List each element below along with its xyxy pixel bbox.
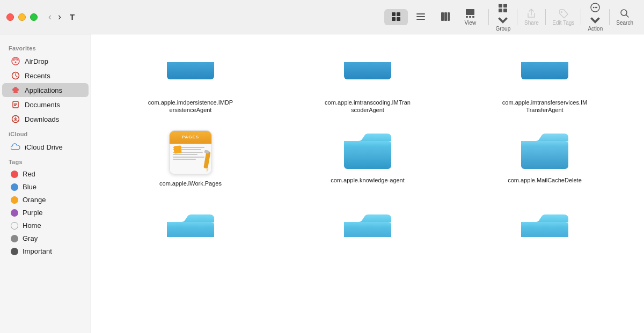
icloud-drive-label: iCloud Drive [25,143,63,151]
list-item[interactable]: com.apple.imtranscoding.IMTranscoderAgen… [279,43,456,121]
list-item[interactable] [102,194,279,256]
airdrop-icon [11,56,20,66]
sidebar-item-airdrop[interactable]: AirDrop [2,54,89,68]
home-tag-dot [11,222,18,230]
svg-rect-2 [392,17,396,21]
applications-label: Applications [25,86,62,94]
icon-view-button[interactable] [384,9,408,25]
svg-rect-1 [397,12,400,16]
svg-point-22 [596,7,597,8]
file-name-knowledge: com.apple.knowledge-agent [331,176,405,184]
file-content: com.apple.imdpersistence.IMDPersistenceA… [91,34,644,333]
file-name-1: com.apple.imdpersistence.IMDPersistenceA… [148,99,233,114]
close-button[interactable] [6,13,14,21]
svg-rect-45 [521,141,568,147]
svg-point-21 [595,7,596,8]
list-item[interactable]: com.apple.imtransferservices.IMTransferA… [456,43,633,121]
list-item[interactable] [279,194,456,256]
action-button[interactable]: Action [583,0,607,34]
important-tag-dot [11,248,18,255]
applications-icon [11,85,20,95]
svg-rect-13 [472,16,474,18]
share-button[interactable]: Share [519,6,543,28]
documents-label: Documents [25,101,60,109]
sidebar-item-tag-gray[interactable]: Gray [2,232,89,245]
minimize-button[interactable] [18,13,26,21]
sidebar-item-icloud-drive[interactable]: iCloud Drive [2,140,89,154]
sidebar-item-documents[interactable]: Documents [2,98,89,112]
sidebar-item-tag-purple[interactable]: Purple [2,206,89,219]
gallery-view-button[interactable]: View [458,6,482,28]
important-tag-label: Important [23,247,52,255]
svg-rect-4 [416,13,425,14]
svg-rect-9 [448,12,450,21]
svg-rect-0 [392,12,396,16]
action-label: Action [588,26,603,32]
svg-rect-37 [521,62,568,79]
downloads-icon [11,114,20,124]
svg-rect-6 [416,19,425,20]
folder-icon-partial-1 [164,51,217,94]
sidebar-item-tag-red[interactable]: Red [2,168,89,180]
forward-button[interactable]: › [56,10,63,24]
recents-icon [11,71,20,80]
sidebar-item-applications[interactable]: Applications [2,83,89,97]
svg-point-20 [593,7,594,8]
list-item[interactable]: PAGES [102,121,279,194]
edit-tags-button[interactable]: Edit Tags [548,6,579,28]
icloud-icon [11,142,20,152]
list-item[interactable] [456,194,633,256]
list-view-button[interactable] [409,9,433,25]
svg-rect-43 [344,141,391,147]
svg-rect-41 [204,150,209,153]
folder-icon-bottom-1 [164,202,217,245]
svg-rect-3 [397,17,400,21]
tags-title: Tags [0,154,91,167]
orange-tag-dot [11,196,18,204]
divider3 [545,9,546,25]
edit-tags-label: Edit Tags [552,20,574,26]
sidebar-item-downloads[interactable]: Downloads [2,112,89,126]
red-tag-dot [11,171,18,178]
svg-rect-39 [203,151,210,168]
file-grid-bottom-partial [102,194,633,256]
back-button[interactable]: ‹ [46,10,54,24]
group-button[interactable]: Group [491,0,515,34]
folder-icon-partial-3 [518,51,572,94]
svg-rect-14 [499,4,502,8]
folder-icon-bottom-2 [341,202,394,245]
svg-rect-35 [344,62,391,79]
list-item[interactable]: com.apple.imdpersistence.IMDPersistenceA… [102,43,279,121]
list-item[interactable]: com.apple.MailCacheDelete [456,121,633,194]
svg-rect-51 [521,222,568,228]
divider5 [609,9,610,25]
fullscreen-button[interactable] [30,13,38,21]
group-label: Group [495,26,510,32]
file-name-mail: com.apple.MailCacheDelete [508,176,582,184]
file-grid-top-partial: com.apple.imdpersistence.IMDPersistenceA… [102,43,633,121]
search-label: Search [616,20,633,26]
divider2 [517,9,517,25]
title-bar: ‹ › T [0,0,644,34]
svg-rect-16 [499,9,502,12]
sidebar: Favorites AirDrop Recents [0,34,91,333]
sidebar-item-tag-blue[interactable]: Blue [2,181,89,193]
divider4 [581,9,581,25]
list-item[interactable]: com.apple.knowledge-agent [279,121,456,194]
nav-buttons: ‹ › [46,10,63,24]
folder-icon-mail [518,129,572,172]
search-button[interactable]: Search [612,6,638,28]
svg-point-25 [15,62,17,63]
sidebar-item-tag-orange[interactable]: Orange [2,194,89,206]
sidebar-item-tag-important[interactable]: Important [2,245,89,257]
sidebar-item-tag-home[interactable]: Home [2,219,89,232]
svg-rect-49 [344,222,391,228]
folder-icon-bottom-3 [518,202,572,245]
sidebar-item-recents[interactable]: Recents [2,69,89,83]
svg-rect-47 [167,222,214,228]
svg-marker-40 [206,168,208,173]
column-view-button[interactable] [434,9,457,25]
file-name-2: com.apple.imtranscoding.IMTranscoderAgen… [325,99,411,114]
view-controls: View [384,6,482,28]
purple-tag-dot [11,209,18,217]
